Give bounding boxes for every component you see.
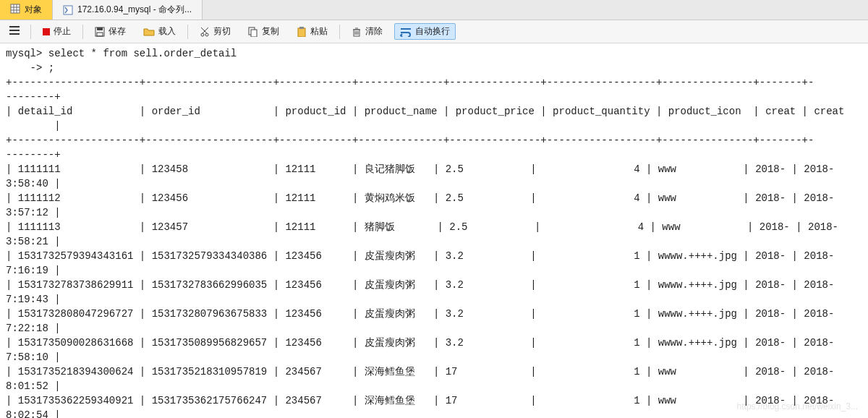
tab-objects-label: 对象 — [25, 4, 42, 16]
cut-label: 剪切 — [213, 25, 231, 38]
paste-label: 粘贴 — [310, 25, 328, 38]
paste-button[interactable]: 粘贴 — [291, 23, 333, 40]
svg-rect-5 — [64, 6, 72, 14]
svg-rect-0 — [11, 4, 20, 13]
trash-icon — [352, 27, 362, 37]
tab-connection-label: 172.16.0.94_mysql - 命令列... — [77, 4, 192, 16]
load-label: 载入 — [158, 25, 176, 38]
stop-icon — [43, 28, 50, 35]
svg-rect-18 — [298, 28, 305, 37]
app-root: 对象 172.16.0.94_mysql - 命令列... 停止 保存 — [0, 0, 868, 418]
copy-button[interactable]: 复制 — [242, 23, 285, 40]
save-button[interactable]: 保存 — [89, 23, 132, 40]
tab-strip: 对象 172.16.0.94_mysql - 命令列... — [0, 0, 868, 20]
sql-output[interactable]: mysql> select * from sell.order_detail -… — [0, 43, 868, 418]
svg-point-13 — [205, 33, 208, 36]
wrap-button[interactable]: 自动换行 — [394, 23, 456, 40]
terminal-icon — [63, 5, 73, 15]
scissors-icon — [200, 27, 210, 37]
toolbar-sep — [339, 25, 340, 39]
copy-label: 复制 — [262, 25, 279, 38]
table-icon — [10, 4, 20, 16]
watermark: https://blog.csdn.net/weixin_3... — [737, 399, 858, 414]
stop-button[interactable]: 停止 — [37, 23, 77, 40]
svg-rect-11 — [97, 33, 103, 36]
svg-line-14 — [203, 27, 208, 33]
svg-rect-17 — [251, 30, 257, 37]
toolbar-sep — [187, 25, 188, 39]
save-icon — [95, 27, 105, 37]
folder-open-icon — [143, 27, 155, 37]
tab-connection[interactable]: 172.16.0.94_mysql - 命令列... — [53, 0, 203, 20]
stop-label: 停止 — [54, 25, 71, 38]
toolbar-sep — [30, 25, 31, 39]
save-label: 保存 — [109, 25, 126, 38]
clear-button[interactable]: 清除 — [346, 23, 388, 40]
toolbar: 停止 保存 载入 剪切 复制 — [0, 20, 868, 43]
tab-objects[interactable]: 对象 — [0, 0, 53, 20]
svg-rect-10 — [97, 27, 103, 30]
load-button[interactable]: 载入 — [137, 23, 182, 40]
svg-rect-19 — [299, 27, 304, 29]
copy-icon — [248, 27, 258, 37]
word-wrap-icon — [400, 27, 412, 37]
clipboard-icon — [297, 27, 307, 37]
toolbar-sep — [82, 25, 83, 39]
svg-point-12 — [201, 33, 204, 36]
clear-label: 清除 — [365, 25, 383, 38]
svg-line-15 — [201, 27, 207, 33]
cut-button[interactable]: 剪切 — [194, 23, 237, 40]
wrap-label: 自动换行 — [415, 25, 450, 38]
menu-button[interactable] — [4, 24, 25, 39]
